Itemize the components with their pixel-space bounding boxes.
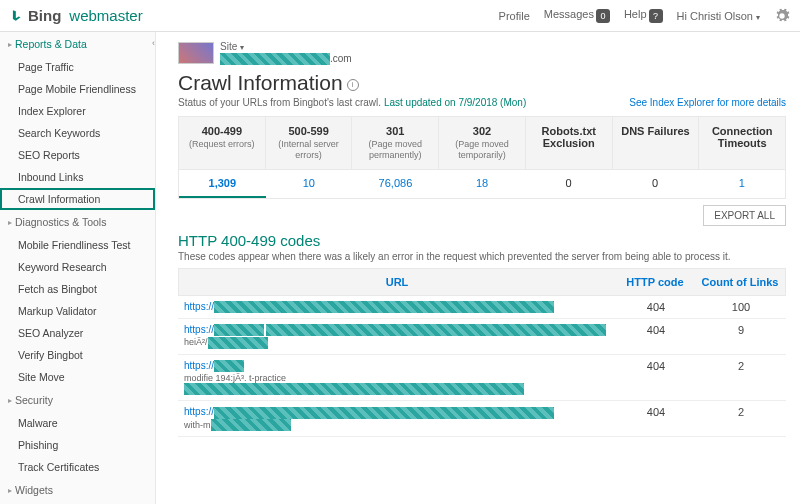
tab-400[interactable]: 1,309 [179, 170, 266, 198]
stat-400: 400-499(Request errors) [179, 117, 266, 169]
collapse-icon[interactable]: ‹ [152, 38, 155, 48]
nav-user[interactable]: Hi Christi Olson ▾ [677, 10, 760, 22]
nav-messages[interactable]: Messages0 [544, 8, 610, 22]
sidebar-item-search-keywords[interactable]: Search Keywords [0, 122, 155, 144]
sidebar-item-keyword-research[interactable]: Keyword Research [0, 256, 155, 278]
info-icon[interactable]: i [347, 79, 359, 91]
sidebar-item-page-traffic[interactable]: Page Traffic [0, 56, 155, 78]
sidebar-item-mobile-test[interactable]: Mobile Friendliness Test [0, 234, 155, 256]
sidebar-item-markup-validator[interactable]: Markup Validator [0, 300, 155, 322]
sidebar-item-fetch-bingbot[interactable]: Fetch as Bingbot [0, 278, 155, 300]
stats-values: 1,309 10 76,086 18 0 0 1 [178, 170, 786, 199]
tab-dns[interactable]: 0 [612, 170, 699, 198]
table-row[interactable]: https://modifie 194:jÃ³. t-practice 404 … [178, 355, 786, 402]
site-selector[interactable]: Site ▾ .com [178, 40, 786, 65]
sidebar-section-widgets[interactable]: ▸Widgets [0, 478, 155, 502]
sidebar: ‹ ▸Reports & Data Page Traffic Page Mobi… [0, 32, 156, 504]
messages-badge: 0 [596, 9, 610, 23]
sidebar-item-index-explorer[interactable]: Index Explorer [0, 100, 155, 122]
sidebar-item-track-certificates[interactable]: Track Certificates [0, 456, 155, 478]
stat-500: 500-599(Internal server errors) [266, 117, 353, 169]
section-title: HTTP 400-499 codes [178, 232, 786, 249]
redacted-domain [220, 53, 330, 65]
table-row[interactable]: https://with-m 404 2 [178, 401, 786, 437]
sidebar-item-malware[interactable]: Malware [0, 412, 155, 434]
page-title: Crawl Informationi [178, 71, 786, 95]
help-badge: ? [649, 9, 663, 23]
last-updated: Last updated on 7/9/2018 (Mon) [384, 97, 526, 108]
tab-timeout[interactable]: 1 [698, 170, 785, 198]
logo[interactable]: Bing webmaster [10, 7, 143, 24]
table-row[interactable]: https://heiÃ²/ 404 9 [178, 319, 786, 355]
bing-logo-icon [10, 9, 24, 23]
gear-icon[interactable] [774, 8, 790, 24]
export-all-button[interactable]: EXPORT ALL [703, 205, 786, 226]
nav-help[interactable]: Help? [624, 8, 663, 22]
sidebar-section-diagnostics[interactable]: ▸Diagnostics & Tools [0, 210, 155, 234]
stats-header: 400-499(Request errors) 500-599(Internal… [178, 116, 786, 170]
section-description: These codes appear when there was a like… [178, 251, 786, 262]
bing-text: Bing [28, 7, 61, 24]
chevron-down-icon: ▾ [240, 43, 244, 52]
top-nav: Profile Messages0 Help? Hi Christi Olson… [499, 8, 790, 24]
tab-302[interactable]: 18 [439, 170, 526, 198]
site-thumbnail [178, 42, 214, 64]
sidebar-item-site-move[interactable]: Site Move [0, 366, 155, 388]
sidebar-section-security[interactable]: ▸Security [0, 388, 155, 412]
tab-301[interactable]: 76,086 [352, 170, 439, 198]
stat-302: 302(Page moved temporarily) [439, 117, 526, 169]
stat-301: 301(Page moved permanently) [352, 117, 439, 169]
sidebar-item-phishing[interactable]: Phishing [0, 434, 155, 456]
sidebar-item-crawl-information[interactable]: Crawl Information [0, 188, 155, 210]
index-explorer-link[interactable]: See Index Explorer for more details [629, 97, 786, 108]
stat-dns: DNS Failures [613, 117, 700, 169]
sidebar-item-mobile-friendliness[interactable]: Page Mobile Friendliness [0, 78, 155, 100]
tab-robots[interactable]: 0 [525, 170, 612, 198]
page-subtitle: Status of your URLs from Bingbot's last … [178, 97, 786, 108]
webmaster-text: webmaster [69, 7, 142, 24]
table-row[interactable]: https:// 404 100 [178, 296, 786, 319]
sidebar-item-verify-bingbot[interactable]: Verify Bingbot [0, 344, 155, 366]
nav-profile[interactable]: Profile [499, 10, 530, 22]
stat-robots: Robots.txt Exclusion [526, 117, 613, 169]
main-content: Site ▾ .com Crawl Informationi Status of… [156, 32, 800, 504]
tab-500[interactable]: 10 [266, 170, 353, 198]
sidebar-section-reports[interactable]: ▸Reports & Data [0, 32, 155, 56]
col-url[interactable]: URL [179, 276, 615, 288]
col-count[interactable]: Count of Links [695, 276, 785, 288]
sidebar-item-inbound-links[interactable]: Inbound Links [0, 166, 155, 188]
col-code[interactable]: HTTP code [615, 276, 695, 288]
stat-timeout: Connection Timeouts [699, 117, 785, 169]
top-bar: Bing webmaster Profile Messages0 Help? H… [0, 0, 800, 32]
redacted-url [214, 301, 554, 313]
sidebar-item-seo-reports[interactable]: SEO Reports [0, 144, 155, 166]
table-header: URL HTTP code Count of Links [178, 268, 786, 296]
sidebar-item-seo-analyzer[interactable]: SEO Analyzer [0, 322, 155, 344]
